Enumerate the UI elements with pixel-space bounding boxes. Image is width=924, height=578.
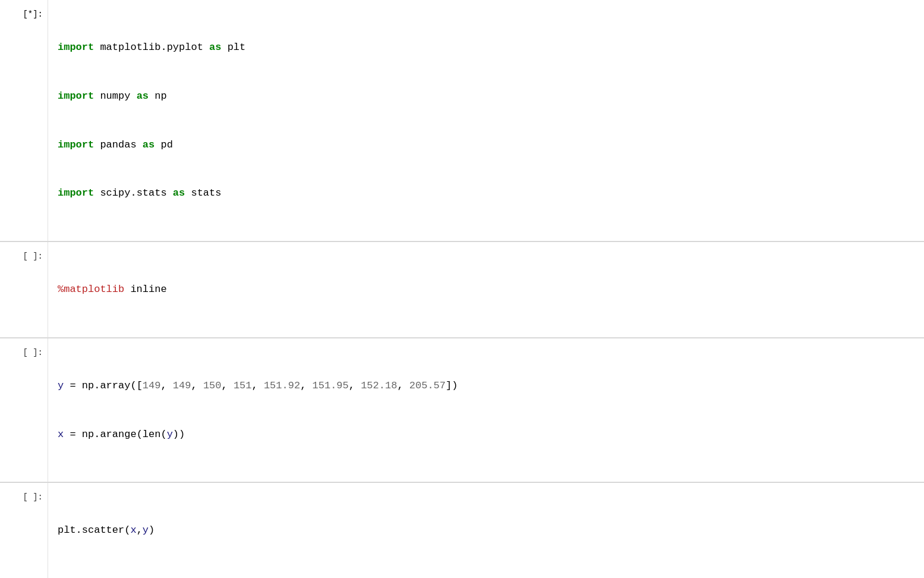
cell-4-content[interactable]: plt.scatter(x,y) xyxy=(48,483,924,578)
cell-2-content[interactable]: %matplotlib inline xyxy=(48,242,924,337)
cell-4-label: [ ]: xyxy=(0,483,48,578)
cell-1-label: [*]: xyxy=(0,0,48,241)
cell-2[interactable]: [ ]: %matplotlib inline xyxy=(0,242,924,338)
cell-3[interactable]: [ ]: y = np.array([149, 149, 150, 151, 1… xyxy=(0,338,924,483)
cell-1-content[interactable]: import matplotlib.pyplot as plt import n… xyxy=(48,0,924,241)
cell-3-content[interactable]: y = np.array([149, 149, 150, 151, 151.92… xyxy=(48,338,924,482)
cell-4-code: plt.scatter(x,y) xyxy=(58,490,914,571)
cell-3-label: [ ]: xyxy=(0,338,48,482)
cell-3-code: y = np.array([149, 149, 150, 151, 151.92… xyxy=(58,345,914,475)
notebook: [*]: import matplotlib.pyplot as plt imp… xyxy=(0,0,924,578)
cell-2-label: [ ]: xyxy=(0,242,48,337)
cell-4[interactable]: [ ]: plt.scatter(x,y) xyxy=(0,483,924,578)
cell-2-code: %matplotlib inline xyxy=(58,249,914,330)
cell-1[interactable]: [*]: import matplotlib.pyplot as plt imp… xyxy=(0,0,924,241)
cell-1-code: import matplotlib.pyplot as plt import n… xyxy=(58,7,914,234)
